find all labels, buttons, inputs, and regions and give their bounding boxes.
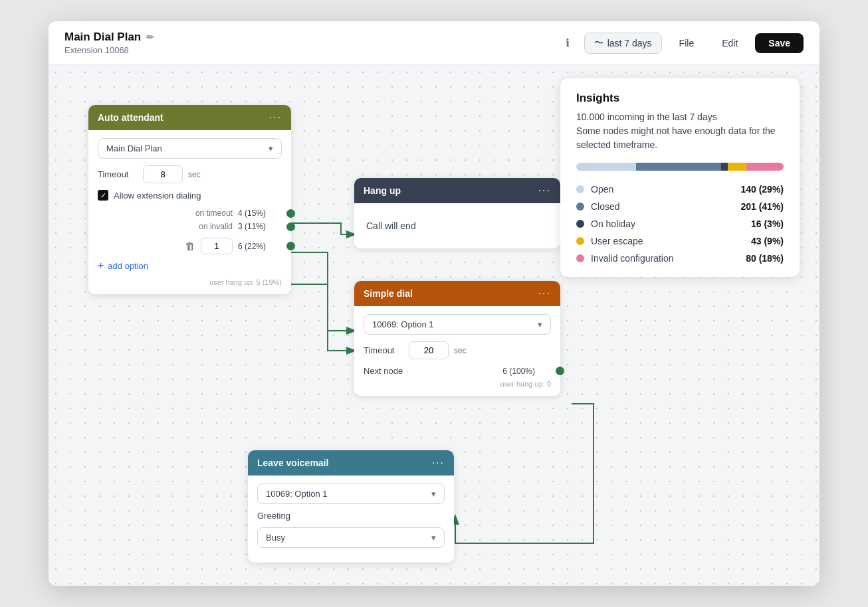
simple-dial-title: Simple dial [364,288,413,299]
timeout-unit: sec [188,170,201,179]
legend-dot-closed [576,203,584,211]
simple-dial-dropdown-value: 10069: Option 1 [372,319,434,329]
legend-label-closed: Closed [591,201,734,212]
insights-legend: Open 140 (29%) Closed 201 (41%) On holid… [576,184,784,264]
dropdown-arrow-icon: ▾ [269,143,273,153]
on-timeout-label: on timeout [195,209,233,218]
on-timeout-row: on timeout 4 (15%) [98,209,282,218]
insights-title: Insights [576,92,784,105]
timeout-input[interactable] [143,165,183,183]
last7-label: last 7 days [607,38,652,48]
next-node-label: Next node [364,366,410,376]
voicemail-title: Leave voicemail [257,458,328,468]
info-icon: ℹ [566,37,570,49]
last7-button[interactable]: 〜 last 7 days [584,33,662,54]
simple-dial-dropdown-arrow: ▾ [538,319,542,329]
insights-desc-text: 10.000 incoming in the last 7 daysSome n… [576,112,776,150]
voicemail-dropdown-arrow: ▾ [431,489,436,499]
simple-dial-dropdown[interactable]: 10069: Option 1 ▾ [364,314,551,335]
on-timeout-dot [286,209,295,218]
canvas: Auto attendant ··· Main Dial Plan ▾ Time… [49,65,819,586]
title-text: Main Dial Plan [64,31,141,44]
plus-icon: + [98,260,104,272]
timeout-label: Timeout [98,169,138,179]
auto-attendant-node: Auto attendant ··· Main Dial Plan ▾ Time… [88,105,291,294]
simple-dial-timeout-row: Timeout sec [364,341,551,359]
bar-escape [728,163,746,171]
trash-icon[interactable]: 🗑 [185,240,195,252]
option-input-row: 🗑 6 (22%) [98,238,282,254]
insights-panel: Insights 10.000 incoming in the last 7 d… [560,78,800,277]
save-button[interactable]: Save [755,33,804,53]
info-button[interactable]: ℹ [558,33,578,53]
legend-label-escape: User escape [591,236,744,246]
voicemail-dropdown-value: 10069: Option 1 [266,489,328,499]
voicemail-dropdown[interactable]: 10069: Option 1 ▾ [257,483,445,504]
voicemail-body: 10069: Option 1 ▾ Greeting Busy ▾ [248,476,454,563]
legend-label-open: Open [591,184,734,195]
hang-up-menu-button[interactable]: ··· [538,185,551,197]
next-node-stat: 6 (100%) [502,367,535,376]
legend-row-closed: Closed 201 (41%) [576,201,784,212]
auto-attendant-body: Main Dial Plan ▾ Timeout sec Allow exten… [88,130,291,294]
next-node-dot [556,367,564,375]
hang-up-body: Call will end [354,203,560,248]
auto-attendant-title: Auto attendant [98,112,163,123]
simple-dial-header: Simple dial ··· [354,281,560,306]
greeting-row: Greeting [257,511,445,521]
timeout-row: Timeout sec [98,165,282,183]
allow-ext-row: Allow extension dialing [98,190,282,201]
option-stat: 6 (22%) [238,242,266,251]
edit-icon[interactable]: ✏ [146,32,154,43]
insights-bar [576,163,784,171]
simple-dial-body: 10069: Option 1 ▾ Timeout sec Next node … [354,306,560,396]
allow-ext-checkbox[interactable] [98,190,108,201]
bar-closed [636,163,721,171]
greeting-dropdown-arrow: ▾ [431,533,436,543]
legend-value-open: 140 (29%) [740,184,784,195]
user-hangup-stat: user hang up: 5 (19%) [98,278,282,286]
bar-holiday [721,163,727,171]
legend-dot-escape [576,237,584,245]
greeting-dropdown[interactable]: Busy ▾ [257,527,445,548]
greeting-label: Greeting [257,511,297,521]
on-invalid-row: on invalid 3 (11%) [98,222,282,231]
app-window: Main Dial Plan ✏ Extension 10068 ℹ 〜 las… [49,21,819,586]
auto-attendant-header: Auto attendant ··· [88,105,291,130]
header-left: Main Dial Plan ✏ Extension 10068 [64,31,550,55]
legend-dot-invalid [576,254,584,262]
simple-dial-timeout-input[interactable] [409,341,449,359]
legend-value-invalid: 80 (18%) [746,253,784,264]
hang-up-header: Hang up ··· [354,178,560,203]
on-timeout-stat: 4 (15%) [238,209,266,218]
next-node-row: Next node 6 (100%) [364,366,551,376]
file-button[interactable]: File [669,34,705,52]
bar-invalid [746,163,784,171]
option-num-input[interactable] [201,238,233,254]
simple-dial-node: Simple dial ··· 10069: Option 1 ▾ Timeou… [354,281,560,396]
allow-ext-label: Allow extension dialing [114,191,201,201]
hang-up-node: Hang up ··· Call will end [354,178,560,248]
voicemail-menu-button[interactable]: ··· [432,457,445,469]
legend-row-invalid: Invalid configuration 80 (18%) [576,253,784,264]
on-invalid-stat: 3 (11%) [238,222,266,231]
greeting-dropdown-value: Busy [266,533,285,543]
legend-dot-open [576,185,584,193]
header-subtitle: Extension 10068 [64,45,550,55]
edit-button[interactable]: Edit [711,34,748,52]
add-option-label[interactable]: add option [108,261,148,271]
voicemail-header: Leave voicemail ··· [248,450,454,476]
auto-attendant-dropdown[interactable]: Main Dial Plan ▾ [98,138,282,159]
legend-value-closed: 201 (41%) [740,201,784,212]
legend-row-open: Open 140 (29%) [576,184,784,195]
simple-dial-menu-button[interactable]: ··· [538,288,551,300]
legend-label-holiday: On holiday [591,218,744,229]
add-option-row: + add option [98,260,282,272]
header-title: Main Dial Plan ✏ [64,31,550,44]
on-invalid-dot [286,222,295,231]
option-dot [286,242,295,250]
auto-attendant-menu-button[interactable]: ··· [269,112,282,124]
simple-dial-timeout-label: Timeout [364,345,403,355]
hang-up-title: Hang up [364,185,401,196]
insights-desc: 10.000 incoming in the last 7 daysSome n… [576,110,784,152]
